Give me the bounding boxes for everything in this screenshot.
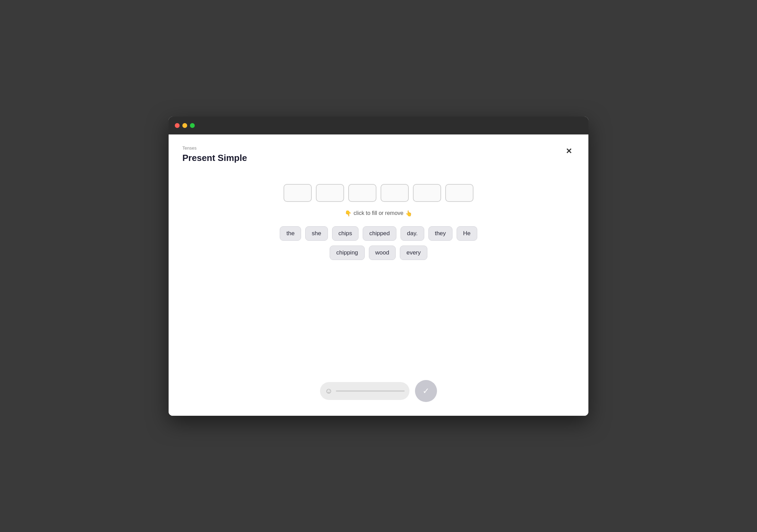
instruction: 👇 click to fill or remove 👆 [345,210,413,217]
checkmark-icon: ✓ [423,386,429,396]
word-chip-the[interactable]: the [280,226,301,241]
submit-button[interactable]: ✓ [415,380,437,402]
instruction-left-emoji: 👇 [345,210,352,217]
page-title: Present Simple [182,153,575,163]
word-chip-wood[interactable]: wood [369,246,396,260]
titlebar [169,117,588,134]
instruction-text: click to fill or remove [354,210,404,216]
close-button[interactable]: ✕ [563,145,575,157]
answer-slot-3[interactable] [348,184,376,202]
close-traffic-light[interactable] [175,123,180,128]
main-content: Tenses Present Simple ✕ 👇 click to fill … [169,134,588,416]
app-window: Tenses Present Simple ✕ 👇 click to fill … [169,117,588,416]
minimize-traffic-light[interactable] [182,123,187,128]
answer-slots [284,184,473,202]
word-row-2: chipping wood every [330,246,427,260]
word-chip-chipped[interactable]: chipped [363,226,396,241]
exercise-area: 👇 click to fill or remove 👆 the she chip… [182,184,575,260]
instruction-right-emoji: 👆 [405,210,412,217]
bottom-bar: ☺ ✓ [320,380,437,402]
word-row-1: the she chips chipped day. they He [280,226,477,241]
word-chip-every[interactable]: every [400,246,427,260]
word-chip-he[interactable]: He [457,226,477,241]
header-section: Tenses Present Simple [182,145,575,163]
word-chip-they[interactable]: they [428,226,452,241]
word-chip-she[interactable]: she [305,226,328,241]
breadcrumb: Tenses [182,145,575,151]
slider-container[interactable]: ☺ [320,382,409,400]
maximize-traffic-light[interactable] [190,123,195,128]
word-chip-chips[interactable]: chips [332,226,359,241]
answer-slot-1[interactable] [284,184,312,202]
word-chip-chipping[interactable]: chipping [330,246,364,260]
slider-track[interactable] [336,390,405,392]
answer-slot-6[interactable] [445,184,473,202]
word-chip-day[interactable]: day. [401,226,424,241]
slider-smiley-icon: ☺ [325,387,332,395]
answer-slot-5[interactable] [413,184,441,202]
answer-slot-4[interactable] [381,184,409,202]
word-bank: the she chips chipped day. they He chipp… [280,226,477,260]
answer-slot-2[interactable] [316,184,344,202]
